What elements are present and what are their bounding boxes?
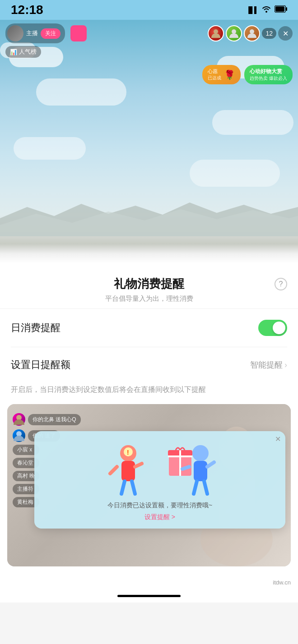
toggle-thumb [273, 322, 285, 334]
chat-message-1: 你的北鼻 送我心Q [13, 413, 81, 426]
status-time: 12:18 [11, 3, 43, 17]
gift-title-section: 礼物消费提醒 平台倡导量入为出，理性消费 ? [0, 263, 298, 308]
preview-background: 你的北鼻 送我心Q 你的 送了 小宸 x 春沁堂 高村 晚 主播符 黄杜梅 [7, 404, 291, 566]
product-subtitle: 趋势热卖 爆款必入 [250, 75, 287, 82]
viewer-avatar-3 [244, 25, 260, 41]
svg-point-5 [214, 29, 218, 34]
svg-point-6 [232, 29, 236, 34]
set-amount-label: 设置日提醒额 [11, 358, 70, 372]
svg-line-18 [132, 481, 135, 494]
signal-icon: ▐▌▌ [246, 6, 258, 14]
svg-line-28 [207, 462, 214, 467]
live-top-bar: 主播 关注 12 ✕ [0, 20, 298, 47]
popup-message: 今日消费已达设置额，要理性消费哦~ [42, 501, 278, 510]
close-live-button[interactable]: ✕ [278, 26, 293, 41]
chat-avatar-2 [13, 429, 25, 442]
cloud-6 [14, 137, 86, 160]
preview-card: 你的北鼻 送我心Q 你的 送了 小宸 x 春沁堂 高村 晚 主播符 黄杜梅 [7, 404, 291, 566]
gift-subtitle: 平台倡导量入为出，理性消费 [11, 294, 287, 303]
bar-chart-icon: 📊 [10, 49, 17, 55]
viewer-avatars: 12 ✕ [208, 25, 293, 41]
battery-icon [275, 5, 287, 14]
svg-line-15 [110, 467, 117, 474]
daily-reminder-row: 日消费提醒 [0, 309, 298, 347]
svg-text:!: ! [127, 449, 129, 456]
wish-icon: 🌹 [224, 69, 235, 80]
chevron-right-icon: › [284, 360, 287, 370]
banners-row: 心愿 已达成 🌹 心动好物大赏 趋势热卖 爆款必入 [202, 65, 293, 84]
gift-title: 礼物消费提醒 [11, 276, 287, 292]
product-text: 心动好物大赏 趋势热卖 爆款必入 [250, 68, 287, 82]
live-stream-header: 主播 关注 12 ✕ 📊 人气榜 心愿 [0, 20, 298, 263]
host-info[interactable]: 主播 关注 [5, 23, 65, 43]
daily-reminder-label: 日消费提醒 [11, 321, 61, 335]
popup-link-text: 设置提醒 > [144, 513, 175, 521]
cloud-4 [36, 78, 126, 106]
smart-reminder: 智能提醒 › [250, 359, 287, 370]
svg-rect-26 [194, 461, 207, 481]
follow-button[interactable]: 关注 [41, 28, 61, 39]
svg-line-27 [182, 467, 189, 469]
svg-line-16 [135, 464, 142, 467]
viewer-count: 12 [262, 28, 276, 39]
live-action-button[interactable] [70, 25, 87, 41]
wish-text: 心愿 已达成 [208, 68, 221, 81]
svg-point-7 [250, 29, 254, 34]
wish-subtitle: 已达成 [208, 75, 221, 81]
svg-rect-1 [286, 7, 287, 11]
svg-point-25 [192, 445, 209, 461]
main-panel: 礼物消费提醒 平台倡导量入为出，理性消费 ? 日消费提醒 设置日提醒额 智能提醒… [0, 263, 298, 589]
cloud-5 [212, 110, 293, 135]
host-name-area: 主播 [26, 29, 38, 37]
wish-title: 心愿 [208, 68, 221, 75]
popularity-label: 人气榜 [19, 48, 37, 56]
host-avatar [7, 25, 23, 41]
smart-reminder-label: 智能提醒 [250, 359, 283, 370]
description-text: 开启后，当日消费达到设定数值后将会在直播间收到以下提醒 [0, 382, 298, 404]
set-amount-row[interactable]: 设置日提醒额 智能提醒 › [0, 347, 298, 382]
svg-rect-2 [275, 6, 284, 12]
popup-illustration: ! [42, 442, 278, 496]
wish-banner[interactable]: 心愿 已达成 🌹 [202, 65, 241, 84]
cloud-7 [190, 160, 280, 187]
svg-rect-14 [121, 461, 135, 481]
product-banner[interactable]: 心动好物大赏 趋势热卖 爆款必入 [244, 65, 293, 84]
svg-line-30 [204, 481, 207, 494]
help-icon-button[interactable]: ? [275, 278, 287, 290]
host-name: 主播 [26, 29, 38, 37]
product-title: 心动好物大赏 [250, 68, 287, 75]
viewer-avatar-1 [208, 25, 224, 41]
spending-popup: ✕ [34, 431, 285, 529]
home-bar [117, 595, 181, 597]
status-icons: ▐▌▌ [246, 5, 287, 14]
illustration-svg: ! [92, 442, 228, 496]
toggle-switch[interactable] [258, 320, 287, 336]
svg-line-29 [194, 481, 197, 494]
status-bar: 12:18 ▐▌▌ [0, 0, 298, 20]
watermark: itdw.cn [0, 575, 298, 589]
question-mark: ? [279, 280, 283, 288]
chat-avatar-1 [13, 413, 25, 426]
chat-bubble-1: 你的北鼻 送我心Q [28, 414, 81, 425]
popup-link[interactable]: 设置提醒 > [42, 513, 278, 521]
watermark-text: itdw.cn [273, 579, 291, 586]
wifi-icon [262, 5, 271, 14]
home-indicator [0, 589, 298, 603]
mountains [0, 200, 298, 236]
popularity-badge[interactable]: 📊 人气榜 [5, 46, 41, 58]
popup-close-button[interactable]: ✕ [275, 435, 281, 443]
viewer-avatar-2 [226, 25, 242, 41]
svg-line-17 [121, 481, 125, 494]
toggle-track [258, 320, 287, 336]
